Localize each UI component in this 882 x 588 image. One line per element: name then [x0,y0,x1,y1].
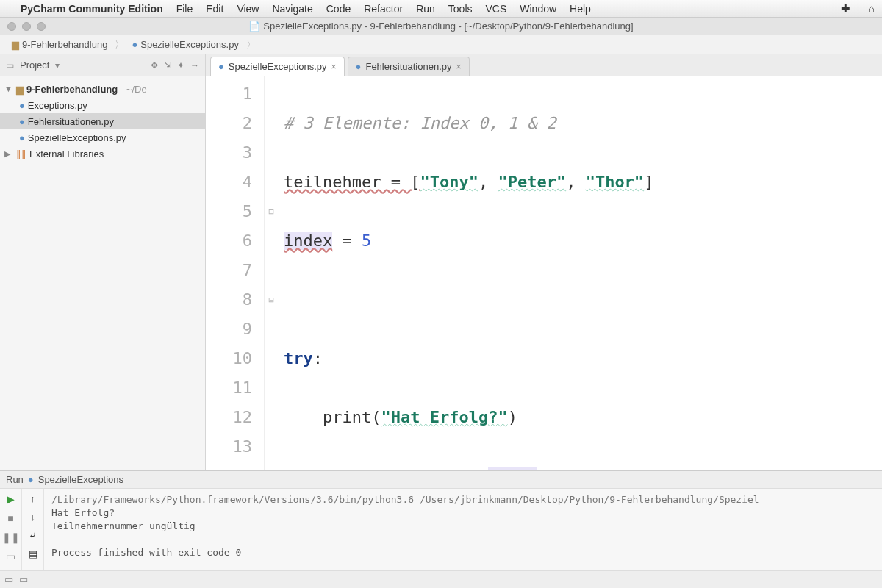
breadcrumb-sep: 〉 [115,38,124,51]
menu-file[interactable]: File [176,3,193,15]
run-pause-icon[interactable]: ❚❚ [2,531,20,543]
breadcrumb-folder[interactable]: ▆ 9-Fehlerbehandlung [7,37,112,51]
menu-run[interactable]: Run [416,3,435,15]
line-number: 8 [206,285,252,315]
tree-file-label: Fehlersituationen.py [28,116,114,127]
close-tab-icon[interactable]: × [331,62,337,72]
tab-label: SpezielleExceptions.py [229,61,327,72]
expand-arrow-icon[interactable]: ▶ [4,149,13,159]
python-file-icon: ● [132,39,137,50]
softwrap-icon[interactable]: ⤶ [29,530,37,541]
run-stop-icon[interactable]: ■ [7,512,13,524]
run-close-icon[interactable]: ▭ [6,551,15,562]
editor-tabs: ● SpezielleExceptions.py × ● Fehlersitua… [206,54,882,76]
code-text: teilnehmer = [ [284,173,420,191]
project-tool-header[interactable]: ▭ Project ▾ ✥ ⇲ ✦ → [0,54,206,76]
collapse-icon[interactable]: ⇲ [164,60,171,71]
statusbar-icon[interactable]: ▭ [4,574,13,585]
python-file-icon: ● [356,61,362,72]
code-text: ) [508,408,517,426]
line-number: 13 [206,432,252,462]
line-number: 5 [206,197,252,226]
breadcrumb: ▆ 9-Fehlerbehandlung 〉 ● SpezielleExcept… [0,35,882,54]
expand-arrow-icon[interactable]: ▼ [4,85,13,93]
run-output-line: Process finished with exit code 0 [51,547,241,558]
gear-icon[interactable]: ✦ [177,60,184,71]
python-file-icon: ● [218,61,224,72]
window-titlebar: 📄 SpezielleExceptions.py - 9-Fehlerbehan… [0,18,882,35]
menu-tools[interactable]: Tools [448,3,473,15]
project-sidebar[interactable]: ▼ ▆ 9-Fehlerbehandlung ~/De ● Exceptions… [0,76,206,470]
app-name[interactable]: PyCharm Community Edition [21,3,163,15]
run-panel: Run ● SpezielleExceptions ▶ ■ ❚❚ ▭ ↑ ↓ ⤶… [0,470,882,588]
code-var: index [284,232,332,250]
tree-file-label: Exceptions.py [28,100,87,111]
breadcrumb-sep: 〉 [246,38,256,51]
menu-vcs[interactable]: VCS [486,3,507,15]
run-toolbar-left2: ↑ ↓ ⤶ ▤ [22,489,44,570]
zoom-window-icon[interactable] [37,22,46,31]
window-traffic-lights[interactable] [7,22,46,31]
run-body: ▶ ■ ❚❚ ▭ ↑ ↓ ⤶ ▤ /Library/Frameworks/Pyt… [0,489,882,570]
line-number: 4 [206,168,252,197]
tab-fehlersituationen[interactable]: ● Fehlersituationen.py × [348,57,470,76]
run-output[interactable]: /Library/Frameworks/Python.framework/Ver… [44,489,882,570]
menu-help[interactable]: Help [570,3,591,15]
line-number: 12 [206,403,252,432]
line-number: 3 [206,138,252,168]
python-file-icon: ● [19,116,25,127]
hide-icon[interactable]: → [190,60,199,71]
minimize-window-icon[interactable] [22,22,31,31]
statusbar-icon-2[interactable]: ⌂ [868,2,875,15]
line-number: 9 [206,315,252,344]
tree-file[interactable]: ● SpezielleExceptions.py [0,129,205,146]
menu-view[interactable]: View [237,3,259,15]
folder-icon: ▆ [16,84,24,95]
statusbar-icon[interactable]: ▭ [19,574,28,585]
code-keyword: try [284,349,313,368]
close-tab-icon[interactable]: × [456,62,462,72]
tree-project-root[interactable]: ▼ ▆ 9-Fehlerbehandlung ~/De [0,81,205,97]
menu-code[interactable]: Code [326,3,351,15]
tree-external-libraries[interactable]: ▶ ‖‖ External Libraries [0,146,205,162]
tool-row: ▭ Project ▾ ✥ ⇲ ✦ → ● SpezielleException… [0,54,882,76]
tree-file[interactable]: ● Exceptions.py [0,97,205,113]
python-file-icon: ● [19,100,25,111]
menu-navigate[interactable]: Navigate [272,3,312,15]
code-text: ]) [537,467,556,470]
main-split: ▼ ▆ 9-Fehlerbehandlung ~/De ● Exceptions… [0,76,882,470]
run-toolbar-left: ▶ ■ ❚❚ ▭ [0,489,22,570]
code-editor[interactable]: 1 2 3 4 5 6 7 8 9 10 11 12 13 ⊟ ⊟ # 3 El… [206,76,882,470]
print-icon[interactable]: ▤ [29,548,37,559]
chevron-down-icon[interactable]: ▾ [55,60,60,71]
line-number: 2 [206,109,252,138]
menu-edit[interactable]: Edit [206,3,223,15]
fold-handle-icon[interactable]: ⊟ [265,197,278,226]
menu-refactor[interactable]: Refactor [364,3,403,15]
close-window-icon[interactable] [7,22,16,31]
project-tree: ▼ ▆ 9-Fehlerbehandlung ~/De ● Exceptions… [0,76,205,166]
menu-window[interactable]: Window [520,3,556,15]
fold-handle-icon[interactable]: ⊟ [265,285,278,315]
target-icon[interactable]: ✥ [151,60,158,71]
tree-file-label: SpezielleExceptions.py [28,132,126,143]
run-header-prefix: Run [6,474,24,485]
run-header[interactable]: Run ● SpezielleExceptions [0,471,882,489]
python-file-icon: ● [19,132,25,143]
fold-column: ⊟ ⊟ [265,76,278,470]
code-area[interactable]: # 3 Elemente: Index 0, 1 & 2 teilnehmer … [278,76,882,470]
code-text: print( [284,408,381,426]
tree-file-selected[interactable]: ● Fehlersituationen.py [0,113,205,129]
scroll-down-icon[interactable]: ↓ [30,512,35,523]
run-play-icon[interactable]: ▶ [7,493,15,505]
breadcrumb-file[interactable]: ● SpezielleExceptions.py [127,37,243,51]
run-header-name: SpezielleExceptions [38,474,123,485]
code-text: , [566,173,586,191]
breadcrumb-file-label: SpezielleExceptions.py [140,39,239,50]
line-number: 1 [206,79,252,109]
scroll-up-icon[interactable]: ↑ [30,493,35,504]
mac-menubar: PyCharm Community Edition File Edit View… [0,0,882,18]
statusbar-icon[interactable]: ✚ [841,2,850,15]
line-number: 11 [206,373,252,403]
tab-spezielleexceptions[interactable]: ● SpezielleExceptions.py × [210,57,345,76]
